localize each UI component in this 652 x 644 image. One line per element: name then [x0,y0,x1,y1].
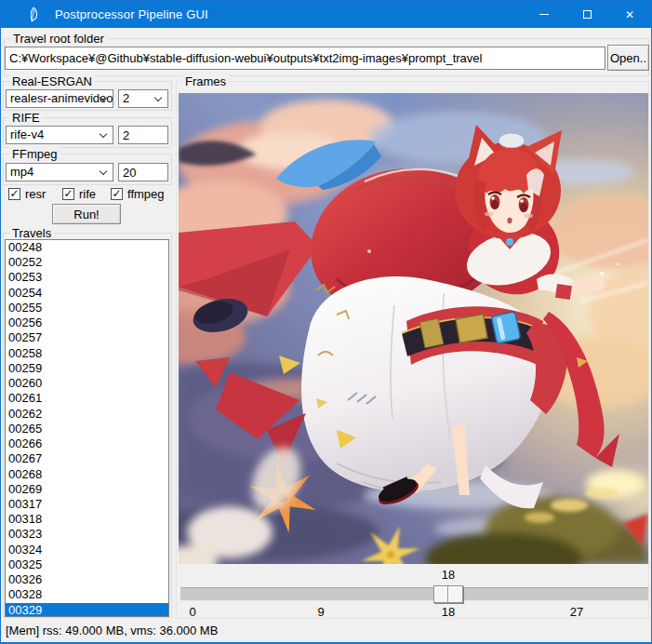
status-bar: [Mem] rss: 49.000 MB, vms: 36.000 MB [1,619,651,642]
slider-value-label: 18 [402,568,495,582]
checkmark-icon: ✓ [63,188,73,199]
travel-list-item[interactable]: 00329 [6,603,168,617]
travel-list-item[interactable]: 00260 [6,376,168,391]
anime-illustration [179,93,648,564]
realesrgan-scale-combobox[interactable]: 2 [118,89,168,108]
close-icon: ✕ [625,9,634,20]
travel-list-item[interactable]: 00259 [6,361,168,376]
travel-list-item[interactable]: 00265 [6,422,168,436]
ffmpeg-checkbox-label: ffmpeg [127,187,165,201]
slider-tick-27: 27 [556,605,597,619]
travel-root-path-input[interactable] [5,47,605,70]
travel-list-item[interactable]: 00269 [6,482,168,497]
travel-list-item[interactable]: 00258 [6,346,168,361]
rife-checkbox-label: rife [79,187,96,201]
rife-model-value: rife-v4 [10,127,44,141]
realesrgan-scale-value: 2 [123,91,129,105]
travel-list-item[interactable]: 00256 [6,315,168,330]
frames-label: Frames [182,74,229,88]
ffmpeg-format-combobox[interactable]: mp4 [6,163,113,181]
travel-list-item[interactable]: 00252 [6,255,168,270]
open-button[interactable]: Open.. [607,45,649,71]
minimize-button[interactable] [523,1,566,28]
window-title: Postprocessor Pipeline GUI [55,7,208,21]
ffmpeg-fps-input[interactable] [118,163,168,181]
ffmpeg-format-value: mp4 [10,165,33,179]
resr-checkbox[interactable]: ✓ resr [8,187,46,201]
slider-tick-18: 18 [428,605,469,619]
checkbox-box: ✓ [111,188,123,200]
close-button[interactable]: ✕ [608,1,651,28]
travel-list-item[interactable]: 00323 [6,527,168,542]
travel-list-item[interactable]: 00266 [6,436,168,451]
window-controls: ✕ [523,1,651,28]
travel-list-item[interactable]: 00248 [6,240,168,255]
travels-listbox[interactable]: 0024800252002530025400255002560025700258… [5,239,169,617]
travel-list-item[interactable]: 00262 [6,407,168,422]
frame-image [179,93,648,564]
travel-list-item[interactable]: 00253 [6,270,168,285]
maximize-icon [583,10,592,19]
title-bar: Postprocessor Pipeline GUI ✕ [1,1,651,28]
ffmpeg-label: FFmpeg [9,147,60,161]
checkmark-icon: ✓ [112,188,121,199]
chevron-down-icon [100,168,107,175]
chevron-down-icon [100,130,107,138]
app-feather-icon [26,7,40,22]
slider-handle[interactable] [433,585,463,603]
rife-checkbox[interactable]: ✓ rife [62,187,96,201]
app-window: Postprocessor Pipeline GUI ✕ Travel root… [0,0,652,644]
run-button[interactable]: Run! [52,204,121,224]
rife-label: RIFE [9,111,43,125]
realesrgan-model-combobox[interactable]: realesr-animevideo [6,89,113,108]
rife-model-combobox[interactable]: rife-v4 [6,126,113,144]
travel-list-item[interactable]: 00268 [6,467,168,482]
slider-tick-9: 9 [300,605,341,619]
travel-list-item[interactable]: 00261 [6,391,168,406]
travel-list-item[interactable]: 00325 [6,557,168,572]
memory-status-text: [Mem] rss: 49.000 MB, vms: 36.000 MB [6,624,218,637]
maximize-button[interactable] [566,1,608,28]
rife-value-input[interactable] [118,126,168,144]
travel-root-label: Travel root folder [10,32,107,46]
checkbox-box: ✓ [8,188,20,200]
ffmpeg-checkbox[interactable]: ✓ ffmpeg [111,187,165,201]
travel-list-item[interactable]: 00318 [6,512,168,527]
travel-list-item[interactable]: 00317 [6,497,168,512]
realesrgan-label: Real-ESRGAN [9,74,95,88]
travel-list-item[interactable]: 00257 [6,330,168,345]
travel-list-item[interactable]: 00328 [6,587,168,602]
slider-trough[interactable] [180,587,648,601]
slider-tick-0: 0 [172,605,213,619]
travel-list-item[interactable]: 00326 [6,572,168,587]
checkmark-icon: ✓ [9,188,19,199]
travel-list-item[interactable]: 00254 [6,286,168,301]
minimize-icon [539,14,549,15]
travel-list-item[interactable]: 00324 [6,543,168,557]
travel-list-item[interactable]: 00255 [6,301,168,315]
chevron-down-icon [154,94,162,101]
travel-list-item[interactable]: 00267 [6,451,168,466]
resr-checkbox-label: resr [25,187,46,201]
travels-label: Travels [9,226,54,240]
checkbox-box: ✓ [62,188,74,200]
realesrgan-model-value: realesr-animevideo [10,91,113,105]
